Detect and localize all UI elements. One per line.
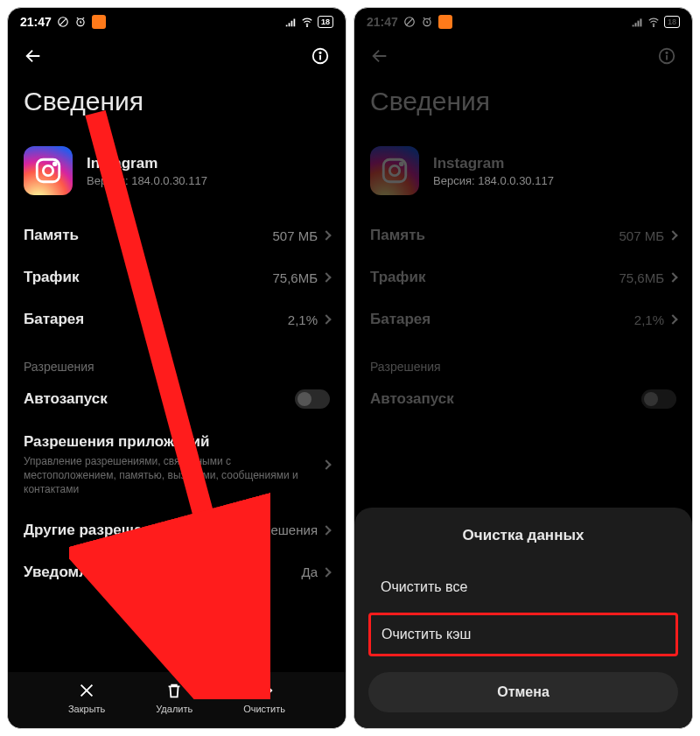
chevron-right-icon (321, 314, 331, 324)
sheet-title: Очистка данных (368, 527, 678, 544)
row-label: Батарея (370, 311, 430, 328)
row-memory: Память 507 МБ (354, 214, 692, 256)
svg-point-4 (319, 53, 320, 53)
section-permissions: Разрешения (354, 340, 692, 377)
row-label: Память (24, 227, 79, 244)
row-label: Уведомления (24, 564, 123, 581)
clear-label: Очистить (243, 704, 285, 714)
back-button[interactable] (370, 46, 389, 69)
clear-button[interactable]: Очистить (243, 681, 285, 714)
row-label: Батарея (24, 311, 84, 328)
row-label: Автозапуск (370, 390, 454, 408)
chevron-right-icon (321, 230, 331, 240)
app-name: Instagram (87, 155, 207, 172)
row-value: 75,6МБ (619, 270, 664, 285)
svg-point-12 (653, 25, 654, 26)
instagram-icon (24, 146, 73, 195)
status-left: 21:47 (20, 15, 106, 29)
back-button[interactable] (24, 46, 43, 69)
row-traffic: Трафик 75,6МБ (354, 256, 692, 298)
app-name: Instagram (433, 155, 554, 172)
delete-label: Удалить (156, 704, 192, 714)
chevron-right-icon (321, 567, 331, 577)
row-value: 507 МБ (272, 228, 318, 243)
phone-left: 21:47 18 Сведения (7, 7, 346, 729)
row-description: Управление разрешениями, связанными с ме… (24, 454, 323, 497)
page-title: Сведения (8, 78, 346, 134)
row-label: Автозапуск (24, 390, 108, 408)
close-label: Закрыть (68, 704, 105, 714)
info-button[interactable] (311, 46, 330, 69)
wifi-icon (301, 16, 313, 28)
battery-level: 18 (664, 16, 680, 28)
cancel-button[interactable]: Отмена (368, 672, 678, 712)
svg-point-6 (43, 165, 52, 175)
chevron-right-icon (321, 272, 331, 282)
svg-point-16 (389, 165, 399, 175)
row-label: Разрешения приложений (24, 433, 323, 451)
row-label: Память (370, 227, 425, 244)
navbar (354, 32, 692, 78)
row-autostart[interactable]: Автозапуск (8, 377, 346, 421)
row-label: Трафик (370, 269, 425, 286)
info-button[interactable] (657, 46, 676, 69)
page-title: Сведения (354, 78, 692, 134)
svg-point-17 (400, 163, 402, 165)
alarm-icon (74, 16, 87, 28)
clear-cache-option[interactable]: Очистить кэш (368, 613, 678, 656)
status-right: 18 (284, 16, 333, 28)
navbar (8, 32, 346, 78)
statusbar: 21:47 18 (8, 8, 346, 32)
autostart-toggle[interactable] (295, 389, 330, 409)
row-value: 2,1% (288, 312, 318, 327)
chevron-right-icon (668, 272, 677, 282)
battery-level: 18 (318, 16, 333, 28)
row-value: 4 разрешения (232, 522, 318, 537)
section-permissions: Разрешения (8, 340, 346, 377)
alarm-icon (421, 16, 433, 28)
app-badge-icon (438, 15, 452, 29)
signal-icon (631, 16, 643, 28)
status-left: 21:47 (367, 15, 452, 29)
row-battery: Батарея 2,1% (354, 298, 692, 340)
app-version: Версия: 184.0.0.30.117 (87, 174, 207, 187)
statusbar: 21:47 18 (354, 8, 692, 32)
row-value: 507 МБ (619, 228, 664, 243)
wifi-icon (648, 16, 660, 28)
app-badge-icon (92, 15, 106, 29)
row-label: Трафик (24, 269, 79, 286)
svg-point-7 (53, 163, 56, 165)
bottom-actions: Закрыть Удалить Очистить (8, 672, 346, 728)
row-label: Другие разрешения (24, 522, 169, 539)
status-time: 21:47 (367, 15, 398, 29)
row-app-permissions[interactable]: Разрешения приложений Управление разреше… (8, 421, 346, 509)
row-traffic[interactable]: Трафик 75,6МБ (8, 256, 346, 298)
delete-button[interactable]: Удалить (156, 681, 192, 714)
app-header: Instagram Версия: 184.0.0.30.117 (8, 134, 346, 214)
dnd-icon (403, 16, 416, 28)
chevron-right-icon (668, 314, 677, 324)
clear-all-option[interactable]: Очистить все (368, 565, 678, 609)
row-value: 75,6МБ (272, 270, 318, 285)
clear-data-sheet: Очистка данных Очистить все Очистить кэш… (354, 508, 692, 728)
row-notifications[interactable]: Уведомления Да (8, 551, 346, 593)
status-right: 18 (631, 16, 680, 28)
signal-icon (284, 16, 297, 28)
phone-right: 21:47 18 Сведения (354, 7, 693, 729)
row-value: Да (301, 564, 318, 579)
app-version: Версия: 184.0.0.30.117 (433, 174, 554, 187)
app-header: Instagram Версия: 184.0.0.30.117 (354, 134, 692, 214)
autostart-toggle (641, 389, 676, 409)
row-other-permissions[interactable]: Другие разрешения 4 разрешения (8, 509, 346, 551)
status-time: 21:47 (20, 15, 52, 29)
chevron-right-icon (321, 525, 331, 535)
svg-point-14 (666, 53, 667, 53)
row-value: 2,1% (634, 312, 664, 327)
instagram-icon (370, 146, 419, 195)
dnd-icon (57, 16, 69, 28)
close-button[interactable]: Закрыть (68, 681, 105, 714)
chevron-right-icon (668, 230, 677, 240)
svg-point-2 (306, 25, 307, 26)
row-battery[interactable]: Батарея 2,1% (8, 298, 346, 340)
row-memory[interactable]: Память 507 МБ (8, 214, 346, 256)
